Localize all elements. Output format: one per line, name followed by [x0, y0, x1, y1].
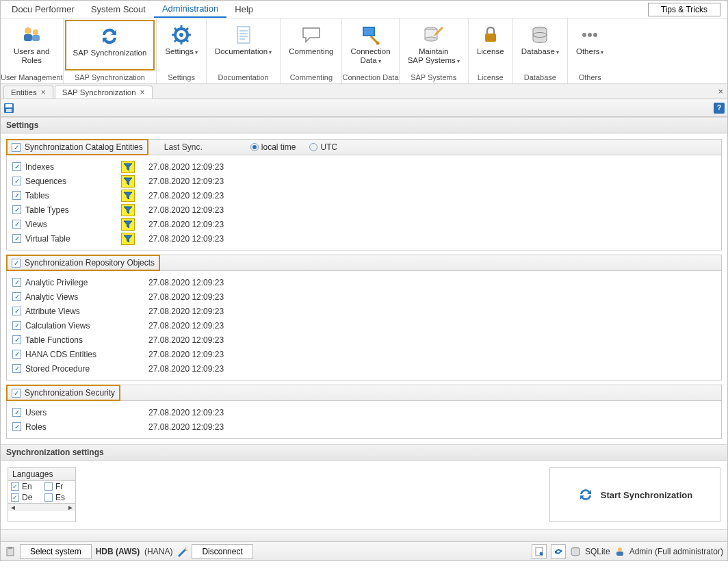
menu-help[interactable]: Help	[226, 1, 261, 17]
checkbox-icon[interactable]	[12, 292, 21, 301]
filter-icon[interactable]	[121, 161, 135, 173]
save-icon[interactable]	[3, 103, 14, 114]
checkbox-icon[interactable]	[11, 482, 19, 491]
ribbon-maintain-sap-systems[interactable]: Maintain SAP Systems▾	[400, 18, 468, 72]
settings-header: Settings	[1, 117, 727, 133]
svg-point-21	[376, 42, 379, 45]
languages-scrollbar[interactable]: ◄►	[8, 503, 75, 511]
chevron-down-icon: ▾	[457, 58, 460, 64]
sync-settings-header: Synchronization settings	[1, 444, 727, 461]
last-sync-timestamp: 27.08.2020 12:09:23	[148, 205, 224, 215]
ribbon-group-documentation: Documentation	[207, 72, 280, 83]
ribbon-sap-synchronization[interactable]: SAP Synchronization	[65, 20, 155, 70]
checkbox-icon[interactable]	[12, 220, 21, 229]
menu-system-scout[interactable]: System Scout	[83, 1, 154, 17]
page-icon[interactable]	[532, 544, 547, 559]
ribbon-connection-data[interactable]: Connection Data▾	[342, 18, 398, 72]
checkbox-icon[interactable]	[12, 162, 21, 171]
entity-row: Table Functions27.08.2020 12:09:23	[7, 333, 721, 347]
entity-row: Attribute Views27.08.2020 12:09:23	[7, 304, 721, 318]
svg-point-0	[25, 27, 31, 34]
ribbon-group-commenting: Commenting	[281, 72, 341, 83]
wand-icon[interactable]	[177, 546, 187, 557]
entity-name: Calculation Views	[25, 321, 121, 331]
group-catalog-toggle[interactable]: Synchronization Catalog Entities	[6, 139, 148, 155]
svg-line-13	[174, 39, 177, 42]
ribbon-group-user-management: User Management	[1, 72, 63, 83]
checkbox-icon[interactable]	[12, 143, 21, 152]
db-engine-label: SQLite	[585, 547, 610, 556]
language-option[interactable]: Es	[42, 492, 75, 503]
group-security-toggle[interactable]: Synchronization Security	[6, 385, 120, 401]
status-bar: Select system HDB (AWS) (HANA) Disconnec…	[1, 541, 727, 560]
refresh-icon[interactable]	[551, 544, 566, 559]
entity-name: Users	[25, 408, 121, 417]
close-icon[interactable]: ×	[140, 88, 145, 97]
filter-icon[interactable]	[121, 204, 135, 216]
chevron-down-icon: ▾	[269, 49, 272, 55]
checkbox-icon[interactable]	[12, 177, 21, 185]
checkbox-icon[interactable]	[12, 335, 21, 344]
checkbox-icon[interactable]	[12, 321, 21, 330]
entity-row: HANA CDS Entities27.08.2020 12:09:23	[7, 347, 721, 361]
svg-point-37	[186, 550, 187, 551]
ribbon-group-connection-data: Connection Data	[342, 72, 398, 83]
group-repository-toggle[interactable]: Synchronization Repository Objects	[6, 255, 160, 271]
paste-icon[interactable]	[5, 546, 16, 557]
select-system-button[interactable]: Select system	[20, 544, 92, 559]
ribbon-database[interactable]: Database▾	[513, 18, 567, 72]
app-window: Docu Performer System Scout Administrati…	[0, 0, 728, 561]
checkbox-icon[interactable]	[12, 259, 21, 268]
group-security-header: Synchronization Security	[6, 385, 722, 401]
checkbox-icon[interactable]	[44, 482, 53, 491]
filter-icon[interactable]	[121, 175, 135, 188]
last-sync-timestamp: 27.08.2020 12:09:23	[148, 364, 224, 374]
ribbon-others[interactable]: Others▾	[568, 18, 612, 72]
checkbox-icon[interactable]	[44, 493, 53, 502]
checkbox-icon[interactable]	[12, 389, 21, 398]
ribbon-commenting[interactable]: Commenting	[281, 18, 341, 72]
menu-administration[interactable]: Administration	[154, 1, 226, 18]
tabs-close-all-icon[interactable]: ×	[718, 86, 723, 96]
svg-rect-25	[485, 34, 496, 42]
checkbox-icon[interactable]	[11, 493, 19, 502]
checkbox-icon[interactable]	[12, 191, 21, 200]
ribbon-license[interactable]: License	[469, 18, 512, 72]
radio-utc[interactable]	[309, 143, 317, 151]
menu-docu-performer[interactable]: Docu Performer	[3, 1, 83, 17]
svg-point-2	[33, 29, 38, 35]
ribbon-group-sap-sync: SAP Synchronization	[64, 72, 157, 83]
filter-icon[interactable]	[121, 218, 135, 231]
language-option[interactable]: De	[8, 492, 42, 503]
checkbox-icon[interactable]	[12, 234, 21, 243]
ribbon-settings[interactable]: Settings▾	[157, 18, 206, 72]
svg-point-36	[185, 547, 186, 549]
start-synchronization-button[interactable]: Start Synchronization	[549, 467, 720, 522]
help-icon[interactable]: ?	[714, 103, 725, 114]
ribbon-group-others: Others	[568, 72, 612, 83]
svg-rect-35	[8, 547, 12, 549]
svg-rect-42	[616, 552, 623, 556]
checkbox-icon[interactable]	[12, 205, 21, 214]
sqlite-icon	[570, 546, 581, 557]
entity-name: Virtual Table	[25, 234, 121, 244]
checkbox-icon[interactable]	[12, 408, 21, 417]
checkbox-icon[interactable]	[12, 307, 21, 315]
ribbon-users-and-roles[interactable]: Users and Roles	[5, 18, 57, 72]
close-icon[interactable]: ×	[41, 88, 46, 97]
tab-sap-synchronization[interactable]: SAP Synchronization×	[55, 86, 153, 99]
filter-icon[interactable]	[121, 233, 135, 245]
checkbox-icon[interactable]	[12, 364, 21, 373]
radio-local-time[interactable]	[250, 143, 259, 151]
checkbox-icon[interactable]	[12, 350, 21, 359]
language-option[interactable]: En	[8, 481, 42, 492]
disconnect-button[interactable]: Disconnect	[192, 544, 252, 559]
checkbox-icon[interactable]	[12, 422, 21, 431]
ribbon-documentation[interactable]: Documentation▾	[207, 18, 280, 72]
checkbox-icon[interactable]	[12, 278, 21, 287]
tab-entities[interactable]: Entities×	[3, 86, 53, 99]
spacer-strip	[1, 529, 727, 541]
language-option[interactable]: Fr	[42, 481, 75, 492]
tips-tricks-button[interactable]: Tips & Tricks	[648, 3, 720, 16]
filter-icon[interactable]	[121, 190, 135, 202]
